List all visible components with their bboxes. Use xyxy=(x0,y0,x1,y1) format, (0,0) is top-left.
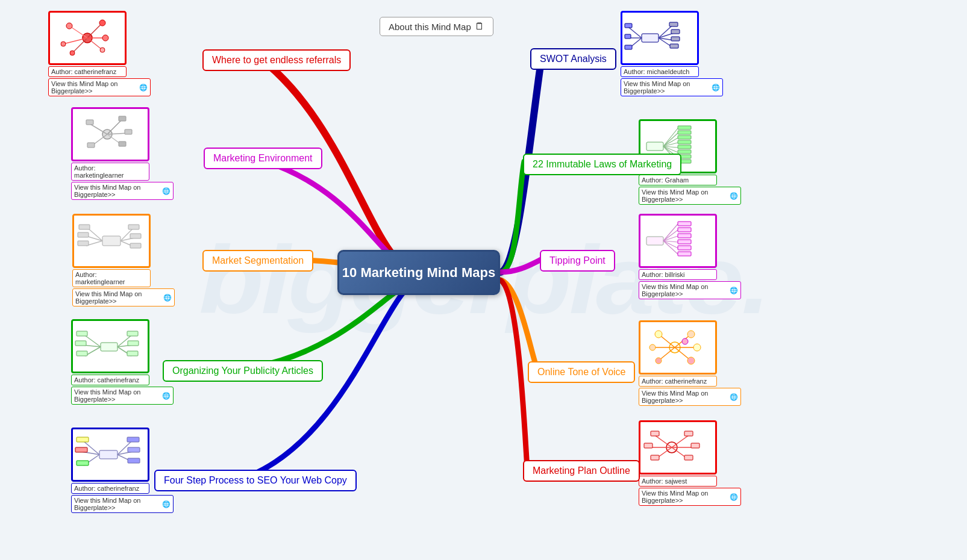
svg-rect-102 xyxy=(678,222,691,226)
svg-rect-48 xyxy=(75,341,86,346)
svg-rect-31 xyxy=(128,225,139,229)
globe-icon4: 🌐 xyxy=(162,392,171,400)
globe-icon7: 🌐 xyxy=(730,192,738,200)
svg-rect-76 xyxy=(671,37,680,41)
thumbnail-swot[interactable] xyxy=(621,11,699,65)
label-tone: Online Tone of Voice xyxy=(528,361,635,383)
link-immutable[interactable]: View this Mind Map on Biggerplate>> 🌐 xyxy=(639,187,741,205)
thumbnail-tone[interactable] xyxy=(639,320,717,375)
svg-rect-90 xyxy=(678,140,691,144)
author-segmentation: Author: marketinglearner xyxy=(72,269,151,287)
svg-rect-72 xyxy=(625,34,631,39)
svg-rect-78 xyxy=(646,142,663,151)
svg-rect-59 xyxy=(128,458,140,463)
author-seo: Author: catherinefranz xyxy=(71,483,149,494)
author-tone: Author: catherinefranz xyxy=(639,376,717,387)
svg-rect-49 xyxy=(77,351,87,356)
svg-point-8 xyxy=(99,20,105,26)
svg-rect-77 xyxy=(670,44,678,48)
label-publicity: Organizing Your Publicity Articles xyxy=(163,360,323,382)
svg-rect-104 xyxy=(678,234,691,238)
svg-rect-132 xyxy=(684,455,693,460)
svg-rect-131 xyxy=(691,443,699,448)
thumbnail-publicity[interactable] xyxy=(71,319,149,373)
about-label: About this Mind Map xyxy=(389,22,471,32)
svg-rect-45 xyxy=(128,341,139,346)
svg-rect-63 xyxy=(642,34,659,42)
svg-rect-60 xyxy=(77,437,89,442)
svg-point-120 xyxy=(649,344,656,350)
svg-point-9 xyxy=(102,35,108,41)
thumbnail-tipping[interactable] xyxy=(639,214,717,268)
svg-rect-95 xyxy=(646,237,663,245)
svg-rect-92 xyxy=(678,150,691,154)
author-immutable: Author: Graham xyxy=(639,175,717,185)
svg-rect-129 xyxy=(651,431,659,436)
svg-rect-74 xyxy=(669,22,678,26)
thumbnail-segmentation[interactable] xyxy=(72,214,151,268)
link-tipping[interactable]: View this Mind Map on Biggerplate>> 🌐 xyxy=(639,281,741,299)
link-swot[interactable]: View this Mind Map on Biggerplate>> 🌐 xyxy=(621,78,723,96)
svg-rect-44 xyxy=(127,331,138,336)
link-segmentation[interactable]: View this Mind Map on Biggerplate>> 🌐 xyxy=(72,288,175,306)
svg-rect-47 xyxy=(77,331,87,336)
link-marketing-env[interactable]: View this Mind Map on Biggerplate>> 🌐 xyxy=(71,182,174,200)
card-tone: Author: catherinefranz View this Mind Ma… xyxy=(639,320,741,406)
svg-rect-103 xyxy=(678,228,691,232)
svg-point-11 xyxy=(70,51,75,55)
card-swot: Author: michaeldeutch View this Mind Map… xyxy=(621,11,723,96)
svg-point-12 xyxy=(61,42,66,46)
center-label: 10 Marketing Mind Maps xyxy=(342,265,495,281)
thumbnail-referrals[interactable] xyxy=(48,11,127,65)
thumbnail-marketing-env[interactable] xyxy=(71,107,149,161)
author-swot: Author: michaeldeutch xyxy=(621,66,699,77)
card-plan: Author: sajwest View this Mind Map on Bi… xyxy=(639,420,741,506)
svg-point-117 xyxy=(693,344,701,351)
about-button[interactable]: About this Mind Map 🗒 xyxy=(380,17,493,36)
author-tipping: Author: billriski xyxy=(639,269,717,280)
author-publicity: Author: catherinefranz xyxy=(71,375,149,385)
svg-rect-33 xyxy=(130,243,141,248)
card-segmentation: Author: marketinglearner View this Mind … xyxy=(72,214,175,306)
globe-icon2: 🌐 xyxy=(162,187,171,195)
svg-rect-89 xyxy=(678,135,691,139)
link-tone[interactable]: View this Mind Map on Biggerplate>> 🌐 xyxy=(639,388,741,406)
svg-rect-61 xyxy=(75,447,87,452)
card-publicity: Author: catherinefranz View this Mind Ma… xyxy=(71,319,174,405)
svg-rect-50 xyxy=(99,450,117,459)
link-plan[interactable]: View this Mind Map on Biggerplate>> 🌐 xyxy=(639,488,741,506)
svg-point-119 xyxy=(656,358,662,364)
svg-rect-62 xyxy=(77,461,89,465)
thumbnail-seo[interactable] xyxy=(71,428,149,482)
thumbnail-plan[interactable] xyxy=(639,420,717,474)
svg-rect-73 xyxy=(625,45,632,49)
svg-line-4 xyxy=(87,38,102,50)
svg-rect-91 xyxy=(678,145,691,149)
svg-rect-22 xyxy=(119,142,126,146)
label-seo: Four Step Process to SEO Your Web Copy xyxy=(154,470,357,491)
globe-icon9: 🌐 xyxy=(730,393,738,401)
svg-rect-134 xyxy=(644,443,652,448)
label-swot: SWOT Analysis xyxy=(530,48,616,70)
svg-rect-21 xyxy=(125,129,132,134)
globe-icon5: 🌐 xyxy=(162,500,171,508)
svg-rect-32 xyxy=(130,234,141,238)
svg-rect-106 xyxy=(678,246,691,250)
svg-rect-58 xyxy=(128,447,140,452)
svg-line-97 xyxy=(663,230,678,241)
svg-rect-35 xyxy=(78,232,89,237)
svg-line-101 xyxy=(663,241,678,254)
author-referrals: Author: catherinefranz xyxy=(48,66,127,77)
link-seo[interactable]: View this Mind Map on Biggerplate>> 🌐 xyxy=(71,495,174,513)
author-marketing-env: Author: marketinglearner xyxy=(71,163,149,181)
svg-rect-71 xyxy=(625,23,632,28)
svg-rect-37 xyxy=(101,343,117,351)
link-publicity[interactable]: View this Mind Map on Biggerplate>> 🌐 xyxy=(71,387,174,405)
center-node: 10 Marketing Mind Maps xyxy=(337,250,500,295)
svg-rect-105 xyxy=(678,240,691,244)
link-referrals[interactable]: View this Mind Map on Biggerplate>> 🌐 xyxy=(48,78,151,96)
label-tipping: Tipping Point xyxy=(540,250,615,272)
svg-line-124 xyxy=(672,435,689,447)
label-plan: Marketing Plan Outline xyxy=(523,460,640,482)
svg-rect-19 xyxy=(86,120,93,125)
